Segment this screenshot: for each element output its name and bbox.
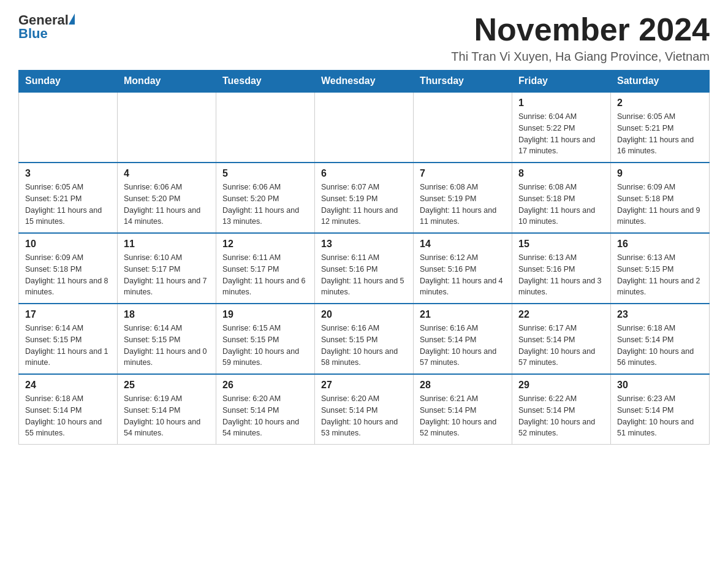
calendar-table: SundayMondayTuesdayWednesdayThursdayFrid… (18, 70, 710, 445)
calendar-cell-1-6: 1Sunrise: 6:04 AM Sunset: 5:22 PM Daylig… (512, 92, 611, 163)
day-info: Sunrise: 6:13 AM Sunset: 5:16 PM Dayligh… (518, 252, 604, 298)
calendar-cell-2-3: 5Sunrise: 6:06 AM Sunset: 5:20 PM Daylig… (216, 163, 315, 233)
day-number: 15 (518, 239, 604, 250)
calendar-cell-2-1: 3Sunrise: 6:05 AM Sunset: 5:21 PM Daylig… (19, 163, 118, 233)
calendar-cell-4-7: 23Sunrise: 6:18 AM Sunset: 5:14 PM Dayli… (611, 304, 710, 374)
day-info: Sunrise: 6:08 AM Sunset: 5:18 PM Dayligh… (518, 182, 604, 228)
calendar-cell-5-2: 25Sunrise: 6:19 AM Sunset: 5:14 PM Dayli… (118, 374, 216, 445)
day-info: Sunrise: 6:11 AM Sunset: 5:16 PM Dayligh… (321, 252, 407, 298)
day-info: Sunrise: 6:19 AM Sunset: 5:14 PM Dayligh… (124, 393, 210, 439)
calendar-cell-3-3: 12Sunrise: 6:11 AM Sunset: 5:17 PM Dayli… (216, 233, 315, 304)
calendar-cell-3-1: 10Sunrise: 6:09 AM Sunset: 5:18 PM Dayli… (19, 233, 118, 304)
day-number: 30 (617, 380, 703, 391)
day-info: Sunrise: 6:20 AM Sunset: 5:14 PM Dayligh… (222, 393, 308, 439)
day-info: Sunrise: 6:23 AM Sunset: 5:14 PM Dayligh… (617, 393, 703, 439)
calendar-cell-2-5: 7Sunrise: 6:08 AM Sunset: 5:19 PM Daylig… (414, 163, 512, 233)
day-info: Sunrise: 6:16 AM Sunset: 5:15 PM Dayligh… (321, 323, 407, 369)
calendar-cell-4-6: 22Sunrise: 6:17 AM Sunset: 5:14 PM Dayli… (512, 304, 611, 374)
day-info: Sunrise: 6:15 AM Sunset: 5:15 PM Dayligh… (222, 323, 308, 369)
week-row-5: 24Sunrise: 6:18 AM Sunset: 5:14 PM Dayli… (19, 374, 710, 445)
day-info: Sunrise: 6:14 AM Sunset: 5:15 PM Dayligh… (124, 323, 210, 369)
day-info: Sunrise: 6:08 AM Sunset: 5:19 PM Dayligh… (420, 182, 506, 228)
day-number: 28 (420, 380, 506, 391)
logo: General Blue (18, 12, 75, 42)
day-number: 25 (124, 380, 210, 391)
day-info: Sunrise: 6:07 AM Sunset: 5:19 PM Dayligh… (321, 182, 407, 228)
calendar-cell-5-5: 28Sunrise: 6:21 AM Sunset: 5:14 PM Dayli… (414, 374, 512, 445)
day-number: 10 (25, 239, 111, 250)
day-info: Sunrise: 6:22 AM Sunset: 5:14 PM Dayligh… (518, 393, 604, 439)
day-number: 8 (518, 168, 604, 179)
title-block: November 2024 Thi Tran Vi Xuyen, Ha Gian… (451, 12, 710, 64)
day-number: 17 (25, 309, 111, 320)
day-headers-row: SundayMondayTuesdayWednesdayThursdayFrid… (19, 71, 710, 93)
col-header-friday: Friday (512, 71, 611, 93)
day-info: Sunrise: 6:05 AM Sunset: 5:21 PM Dayligh… (25, 182, 111, 228)
logo-blue: Blue (18, 26, 48, 42)
week-row-4: 17Sunrise: 6:14 AM Sunset: 5:15 PM Dayli… (19, 304, 710, 374)
col-header-saturday: Saturday (611, 71, 710, 93)
logo-triangle-icon (69, 13, 75, 25)
day-info: Sunrise: 6:09 AM Sunset: 5:18 PM Dayligh… (25, 252, 111, 298)
col-header-monday: Monday (118, 71, 216, 93)
day-number: 11 (124, 239, 210, 250)
day-info: Sunrise: 6:09 AM Sunset: 5:18 PM Dayligh… (617, 182, 703, 228)
col-header-sunday: Sunday (19, 71, 118, 93)
week-row-2: 3Sunrise: 6:05 AM Sunset: 5:21 PM Daylig… (19, 163, 710, 233)
day-number: 13 (321, 239, 407, 250)
month-title: November 2024 (451, 12, 710, 47)
calendar-cell-4-2: 18Sunrise: 6:14 AM Sunset: 5:15 PM Dayli… (118, 304, 216, 374)
day-number: 27 (321, 380, 407, 391)
calendar-cell-2-2: 4Sunrise: 6:06 AM Sunset: 5:20 PM Daylig… (118, 163, 216, 233)
week-row-3: 10Sunrise: 6:09 AM Sunset: 5:18 PM Dayli… (19, 233, 710, 304)
day-number: 7 (420, 168, 506, 179)
day-number: 2 (617, 98, 703, 109)
day-info: Sunrise: 6:04 AM Sunset: 5:22 PM Dayligh… (518, 111, 604, 157)
page-header: General Blue November 2024 Thi Tran Vi X… (18, 12, 710, 64)
calendar-cell-1-1 (19, 92, 118, 163)
calendar-cell-1-3 (216, 92, 315, 163)
day-info: Sunrise: 6:05 AM Sunset: 5:21 PM Dayligh… (617, 111, 703, 157)
calendar-cell-2-4: 6Sunrise: 6:07 AM Sunset: 5:19 PM Daylig… (315, 163, 414, 233)
calendar-cell-3-5: 14Sunrise: 6:12 AM Sunset: 5:16 PM Dayli… (414, 233, 512, 304)
calendar-cell-5-6: 29Sunrise: 6:22 AM Sunset: 5:14 PM Dayli… (512, 374, 611, 445)
day-number: 3 (25, 168, 111, 179)
week-row-1: 1Sunrise: 6:04 AM Sunset: 5:22 PM Daylig… (19, 92, 710, 163)
day-number: 16 (617, 239, 703, 250)
calendar-cell-1-5 (414, 92, 512, 163)
day-number: 19 (222, 309, 308, 320)
day-number: 1 (518, 98, 604, 109)
col-header-thursday: Thursday (414, 71, 512, 93)
day-number: 4 (124, 168, 210, 179)
day-info: Sunrise: 6:10 AM Sunset: 5:17 PM Dayligh… (124, 252, 210, 298)
day-number: 29 (518, 380, 604, 391)
day-info: Sunrise: 6:13 AM Sunset: 5:15 PM Dayligh… (617, 252, 703, 298)
day-number: 6 (321, 168, 407, 179)
col-header-tuesday: Tuesday (216, 71, 315, 93)
calendar-cell-1-2 (118, 92, 216, 163)
day-info: Sunrise: 6:06 AM Sunset: 5:20 PM Dayligh… (124, 182, 210, 228)
calendar-cell-3-4: 13Sunrise: 6:11 AM Sunset: 5:16 PM Dayli… (315, 233, 414, 304)
calendar-cell-4-3: 19Sunrise: 6:15 AM Sunset: 5:15 PM Dayli… (216, 304, 315, 374)
day-info: Sunrise: 6:20 AM Sunset: 5:14 PM Dayligh… (321, 393, 407, 439)
calendar-cell-3-7: 16Sunrise: 6:13 AM Sunset: 5:15 PM Dayli… (611, 233, 710, 304)
location-subtitle: Thi Tran Vi Xuyen, Ha Giang Province, Vi… (451, 50, 710, 64)
calendar-cell-2-7: 9Sunrise: 6:09 AM Sunset: 5:18 PM Daylig… (611, 163, 710, 233)
day-number: 9 (617, 168, 703, 179)
day-number: 20 (321, 309, 407, 320)
calendar-cell-4-4: 20Sunrise: 6:16 AM Sunset: 5:15 PM Dayli… (315, 304, 414, 374)
day-info: Sunrise: 6:21 AM Sunset: 5:14 PM Dayligh… (420, 393, 506, 439)
day-info: Sunrise: 6:17 AM Sunset: 5:14 PM Dayligh… (518, 323, 604, 369)
day-info: Sunrise: 6:06 AM Sunset: 5:20 PM Dayligh… (222, 182, 308, 228)
calendar-cell-2-6: 8Sunrise: 6:08 AM Sunset: 5:18 PM Daylig… (512, 163, 611, 233)
calendar-cell-5-1: 24Sunrise: 6:18 AM Sunset: 5:14 PM Dayli… (19, 374, 118, 445)
calendar-cell-5-4: 27Sunrise: 6:20 AM Sunset: 5:14 PM Dayli… (315, 374, 414, 445)
day-number: 14 (420, 239, 506, 250)
calendar-cell-3-2: 11Sunrise: 6:10 AM Sunset: 5:17 PM Dayli… (118, 233, 216, 304)
day-number: 23 (617, 309, 703, 320)
calendar-cell-4-5: 21Sunrise: 6:16 AM Sunset: 5:14 PM Dayli… (414, 304, 512, 374)
day-number: 21 (420, 309, 506, 320)
calendar-cell-4-1: 17Sunrise: 6:14 AM Sunset: 5:15 PM Dayli… (19, 304, 118, 374)
day-info: Sunrise: 6:18 AM Sunset: 5:14 PM Dayligh… (25, 393, 111, 439)
day-number: 24 (25, 380, 111, 391)
